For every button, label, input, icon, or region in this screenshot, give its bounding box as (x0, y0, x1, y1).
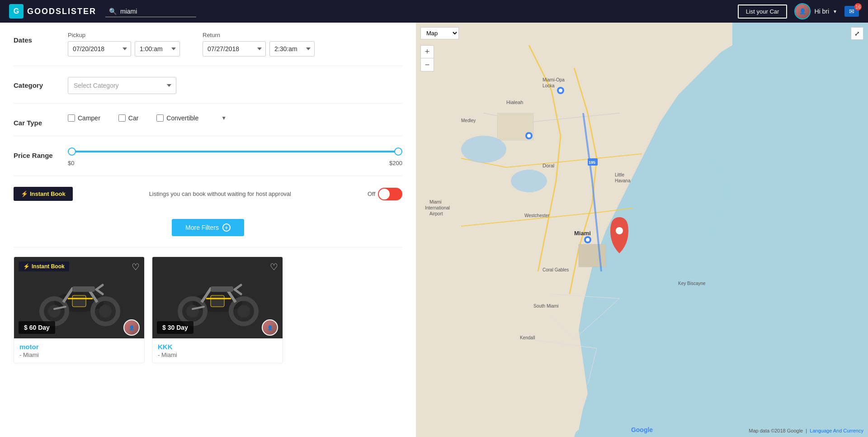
instant-book-toggle[interactable] (378, 188, 402, 200)
map-expand-button[interactable]: ⤢ (851, 27, 863, 40)
instant-book-toggle-wrap: Off (368, 188, 402, 200)
toggle-off-label: Off (368, 190, 375, 197)
car-type-options: Camper Car Convertible ▼ (68, 114, 226, 122)
convertible-label: Convertible (166, 114, 198, 122)
svg-text:Little: Little (615, 172, 625, 177)
map-svg: Hialeah Miami Miami-Opa Locka Medley Lit… (416, 23, 868, 437)
list-car-button[interactable]: List your Car (738, 5, 788, 19)
map-terms: Map data ©2018 Google | Language And Cur… (749, 428, 863, 433)
category-select[interactable]: Select Category (68, 77, 176, 94)
listing-location-2: - Miami (158, 352, 277, 358)
price-badge: $ 60 Day (19, 321, 55, 334)
return-time-select[interactable]: 2:30:am (269, 41, 315, 57)
map-type-select[interactable]: Map Satellite (420, 27, 459, 39)
toggle-knob (379, 189, 390, 200)
car-checkbox[interactable] (118, 114, 126, 122)
map-panel: Hialeah Miami Miami-Opa Locka Medley Lit… (416, 23, 868, 437)
instant-book-label: Instant Book (30, 190, 66, 197)
category-label: Category (14, 77, 68, 89)
car-type-content: Camper Car Convertible ▼ (68, 114, 402, 122)
listing-info-2: KKK - Miami (152, 338, 283, 363)
svg-rect-6 (72, 295, 86, 307)
avatar: 👤 (794, 3, 811, 19)
logo: G GOODSLISTER (9, 4, 96, 19)
zoom-in-button[interactable]: + (421, 46, 434, 58)
listings-grid: ⚡ Instant Book ♡ $ 60 Day 👤 motor - Miam… (14, 256, 402, 363)
price-range-section: Price Range $0 $200 (14, 147, 402, 176)
svg-text:Locka: Locka (542, 83, 555, 88)
svg-text:Key Biscayne: Key Biscayne (678, 281, 706, 286)
expand-arrow-icon[interactable]: ▼ (221, 115, 226, 121)
google-label: Google (631, 426, 653, 433)
price-range-labels: $0 $200 (68, 160, 402, 166)
favorite-icon-2[interactable]: ♡ (270, 261, 278, 272)
svg-rect-12 (211, 286, 233, 292)
svg-text:Miami: Miami (429, 200, 442, 204)
car-type-camper[interactable]: Camper (68, 114, 100, 122)
price-min-label: $0 (68, 160, 74, 166)
price-slider-thumb-left[interactable] (68, 147, 76, 156)
svg-rect-13 (211, 295, 224, 307)
search-icon: 🔍 (109, 8, 117, 15)
svg-point-27 (616, 227, 623, 234)
zoom-out-button[interactable]: − (421, 58, 434, 71)
messages-button[interactable]: ✉ 16 (844, 6, 859, 17)
pickup-label: Pickup (68, 32, 180, 38)
logo-icon: G (9, 4, 24, 19)
svg-text:Airport: Airport (429, 211, 443, 216)
svg-text:Westchester: Westchester (524, 213, 550, 218)
search-bar[interactable]: 🔍 (105, 6, 196, 17)
pickup-time-select[interactable]: 1:00:am (135, 41, 180, 57)
search-input[interactable] (120, 8, 193, 15)
price-range-wrap: $0 $200 (68, 147, 402, 166)
convertible-checkbox[interactable] (156, 114, 164, 122)
chevron-down-icon: ▼ (833, 9, 837, 14)
svg-text:Doral: Doral (542, 163, 554, 168)
favorite-icon[interactable]: ♡ (132, 261, 140, 272)
instant-book-section: ⚡ Instant Book Listings you can book wit… (14, 187, 402, 210)
instant-book-card-label: Instant Book (32, 263, 65, 270)
avatar-image: 👤 (795, 4, 810, 19)
svg-point-4 (99, 305, 112, 318)
listing-title: motor (19, 343, 139, 351)
price-slider-thumb-right[interactable] (394, 147, 402, 156)
return-date-select[interactable]: 07/27/2018 (203, 41, 266, 57)
listing-card[interactable]: ⚡ Instant Book ♡ $ 60 Day 👤 motor - Miam… (14, 256, 145, 363)
svg-point-20 (461, 136, 506, 163)
owner-avatar-2: 👤 (262, 319, 278, 336)
car-type-convertible[interactable]: Convertible (156, 114, 198, 122)
camper-checkbox[interactable] (68, 114, 75, 122)
return-label: Return (203, 32, 315, 38)
svg-point-26 (586, 238, 590, 242)
svg-text:Kendall: Kendall (520, 335, 535, 340)
price-badge-2: $ 30 Day (157, 321, 193, 334)
car-type-label: Car Type (14, 114, 68, 127)
return-group: Return 07/27/2018 2:30:am (203, 32, 315, 57)
listing-card[interactable]: ♡ $ 30 Day 👤 KKK - Miami (152, 256, 283, 363)
listing-title-2: KKK (158, 343, 277, 351)
svg-point-19 (511, 170, 547, 192)
header: G GOODSLISTER 🔍 List your Car 👤 Hi bri ▼… (0, 0, 868, 23)
return-inputs: 07/27/2018 2:30:am (203, 41, 315, 57)
svg-text:Havana: Havana (615, 178, 631, 183)
price-slider[interactable] (68, 147, 402, 156)
svg-text:Miami: Miami (574, 230, 591, 237)
instant-book-badge: ⚡ Instant Book (14, 187, 73, 201)
logo-text: GOODSLISTER (27, 7, 96, 16)
pickup-date-select[interactable]: 07/20/2018 (68, 41, 131, 57)
more-filters-wrap: More Filters + (14, 219, 402, 236)
dates-content: Pickup 07/20/2018 1:00:am Return (68, 32, 402, 57)
map-zoom-controls: + − (420, 45, 434, 71)
price-range-label: Price Range (14, 147, 68, 159)
svg-point-9 (186, 305, 199, 318)
category-content: Select Category (68, 77, 402, 94)
google-logo: Google (631, 426, 653, 433)
price-slider-track (68, 151, 402, 152)
listing-location: - Miami (19, 352, 139, 358)
svg-rect-18 (579, 244, 606, 267)
more-filters-button[interactable]: More Filters + (172, 219, 244, 236)
user-menu[interactable]: 👤 Hi bri ▼ (794, 3, 837, 19)
car-type-car[interactable]: Car (118, 114, 139, 122)
camper-label: Camper (78, 114, 100, 122)
svg-text:Coral Gables: Coral Gables (542, 267, 569, 272)
